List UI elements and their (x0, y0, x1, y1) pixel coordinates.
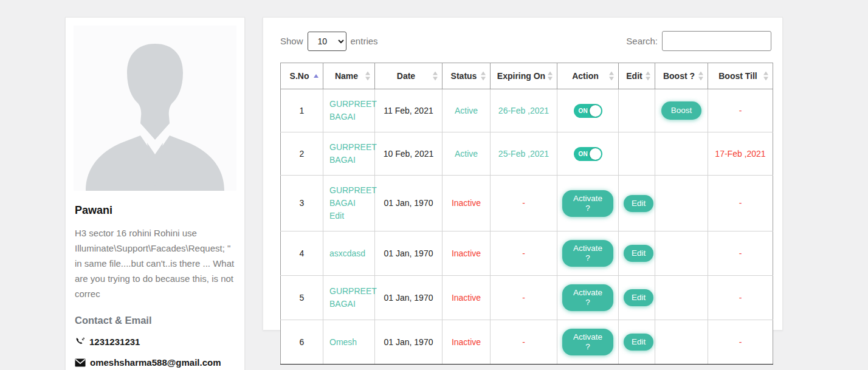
cell-expiring-on: - (491, 176, 557, 231)
cell-date: 01 Jan, 1970 (375, 231, 443, 276)
cell-expiring-on: 26-Feb ,2021 (491, 89, 557, 132)
cell-sno: 6 (281, 320, 323, 365)
column-label: Edit (626, 71, 642, 81)
column-header-edit[interactable]: Edit (619, 63, 655, 89)
sort-desc-arrow (481, 77, 486, 81)
sort-icon (314, 74, 319, 78)
cell-boost-till: - (708, 176, 773, 231)
page-size-control: Show 10 entries (280, 32, 378, 51)
edit-button[interactable]: Edit (624, 334, 653, 351)
column-header-date[interactable]: Date (375, 63, 443, 89)
phone-row: 1231231231 (75, 337, 235, 347)
cell-action: ON (557, 89, 619, 132)
sort-icon (763, 72, 768, 81)
cell-edit: Edit (619, 176, 655, 231)
table-controls: Show 10 entries Search: (280, 31, 771, 51)
cell-name: asxcdasd (323, 231, 375, 276)
cell-date: 10 Feb, 2021 (375, 132, 443, 176)
search-label: Search: (626, 36, 658, 46)
cell-boost (655, 132, 708, 176)
status-toggle-on[interactable]: ON (574, 104, 602, 118)
column-header-boost-till[interactable]: Boost Till (708, 63, 773, 89)
cell-sno: 4 (281, 231, 323, 276)
cell-expiring-on: - (491, 231, 557, 276)
page-size-select[interactable]: 10 (308, 32, 346, 51)
column-header-action[interactable]: Action (557, 63, 619, 89)
show-label: Show (280, 36, 303, 46)
cell-name: GURPREET BAGAI (323, 132, 375, 176)
cell-sno: 1 (281, 89, 323, 132)
edit-button[interactable]: Edit (624, 289, 653, 306)
cell-boost-till: - (708, 89, 773, 132)
cell-sno: 5 (281, 276, 323, 320)
activate-button[interactable]: Activate ? (562, 329, 613, 355)
sort-icon (548, 72, 553, 81)
activate-button[interactable]: Activate ? (562, 190, 613, 217)
cell-action: Activate ? (557, 231, 619, 276)
cell-status: Inactive (443, 320, 491, 365)
column-header-boost[interactable]: Boost ? (655, 63, 708, 89)
activate-button[interactable]: Activate ? (562, 284, 613, 311)
email-address[interactable]: omeshsharma588@gmail.com (90, 357, 221, 368)
column-header-status[interactable]: Status (443, 63, 491, 89)
status-toggle-on[interactable]: ON (574, 147, 602, 161)
table-row: 2GURPREET BAGAI10 Feb, 2021Active25-Feb … (281, 132, 773, 176)
toggle-on-label: ON (579, 148, 588, 160)
column-label: Boost Till (718, 71, 757, 81)
table-header-row: S.NoNameDateStatusExpiring OnActionEditB… (281, 63, 773, 89)
sort-asc-arrow (481, 72, 486, 75)
cell-name: Omesh (323, 320, 375, 365)
cell-edit: Edit (619, 320, 655, 365)
edit-button[interactable]: Edit (624, 195, 653, 212)
members-table: S.NoNameDateStatusExpiring OnActionEditB… (280, 63, 773, 365)
activate-button[interactable]: Activate ? (562, 240, 613, 267)
sort-desc-arrow (548, 77, 553, 81)
cell-status: Inactive (443, 176, 491, 231)
phone-number: 1231231231 (89, 337, 140, 347)
edit-button[interactable]: Edit (624, 245, 653, 262)
sort-desc-arrow (609, 77, 614, 81)
toggle-on-label: ON (579, 104, 588, 117)
cell-action: ON (557, 132, 619, 176)
sort-asc-arrow (646, 72, 650, 75)
column-label: Boost ? (663, 71, 695, 81)
table-row: 1GURPREET BAGAI11 Feb, 2021Active26-Feb … (281, 89, 773, 132)
cell-status: Active (443, 89, 491, 132)
column-label: Name (335, 71, 358, 81)
column-label: Expiring On (497, 71, 545, 81)
cell-sno: 3 (281, 176, 323, 231)
column-header-s-no[interactable]: S.No (281, 63, 323, 89)
sort-icon (365, 72, 370, 81)
column-label: Status (451, 71, 477, 81)
column-header-expiring-on[interactable]: Expiring On (491, 63, 557, 89)
column-header-name[interactable]: Name (323, 63, 375, 89)
person-silhouette-icon (74, 26, 236, 191)
search-control: Search: (626, 31, 771, 51)
sort-asc-arrow (698, 72, 703, 75)
toggle-knob[interactable] (590, 105, 601, 117)
cell-boost-till: - (708, 231, 773, 276)
table-row: 3GURPREET BAGAI Edit01 Jan, 1970Inactive… (281, 176, 773, 231)
sort-desc-arrow (433, 77, 438, 81)
envelope-icon (75, 358, 86, 367)
contact-email-heading: Contact & Email (75, 315, 235, 326)
entries-label: entries (351, 36, 378, 46)
email-row: omeshsharma588@gmail.com (75, 357, 235, 368)
cell-date: 01 Jan, 1970 (375, 176, 443, 231)
search-input[interactable] (662, 31, 771, 51)
profile-card: Pawani H3 sector 16 rohini Rohini use Il… (65, 17, 245, 370)
sort-asc-arrow (548, 72, 553, 75)
profile-name: Pawani (75, 204, 235, 217)
cell-boost (655, 231, 708, 276)
table-row: 4asxcdasd01 Jan, 1970Inactive-Activate ?… (281, 231, 773, 276)
cell-date: 11 Feb, 2021 (375, 89, 443, 132)
boost-button[interactable]: Boost (661, 101, 702, 120)
sort-icon (698, 72, 703, 81)
cell-expiring-on: - (491, 320, 557, 365)
column-label: S.No (290, 71, 309, 81)
cell-action: Activate ? (557, 176, 619, 231)
toggle-knob[interactable] (590, 148, 601, 160)
cell-boost (655, 320, 708, 365)
cell-status: Inactive (443, 231, 491, 276)
cell-date: 01 Jan, 1970 (375, 320, 443, 365)
